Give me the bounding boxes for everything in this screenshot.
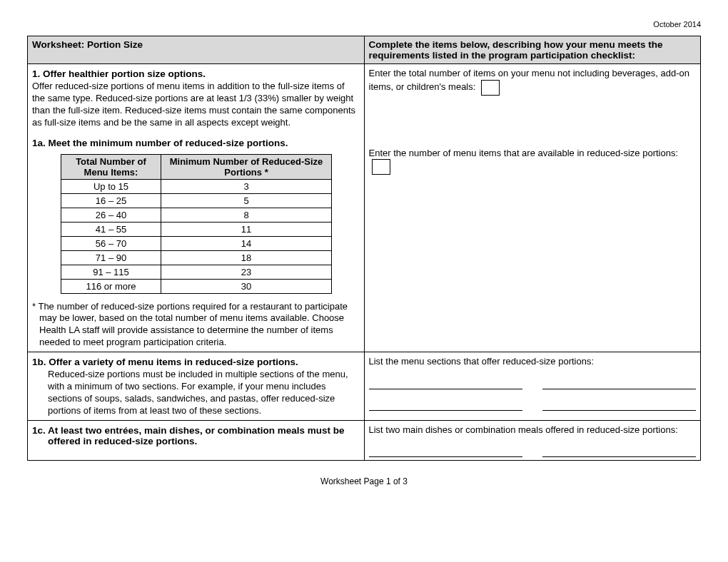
table-row: 41 – 5511 — [61, 222, 332, 236]
document-date: October 2014 — [27, 20, 701, 29]
total-items-input[interactable] — [481, 80, 500, 96]
cell: 56 – 70 — [61, 236, 161, 250]
menu-section-line-2[interactable] — [542, 379, 696, 389]
table-row: 26 – 408 — [61, 208, 332, 222]
s1-body: Offer reduced-size portions of menu item… — [32, 81, 360, 129]
main-dish-line-2[interactable] — [542, 447, 696, 457]
s1b-title: 1b. Offer a variety of menu items in red… — [32, 357, 360, 367]
page-footer: Worksheet Page 1 of 3 — [27, 476, 701, 486]
cell: 11 — [161, 222, 332, 236]
s1b-body: Reduced-size portions must be included i… — [32, 369, 360, 417]
table-row: 16 – 255 — [61, 193, 332, 208]
cell: 26 – 40 — [61, 208, 161, 222]
table-row: Up to 153 — [61, 179, 332, 193]
menu-section-line-1[interactable] — [369, 379, 522, 389]
cell: 91 – 115 — [61, 265, 161, 279]
menu-section-line-3[interactable] — [369, 401, 522, 411]
s1b-right-label: List the menu sections that offer reduce… — [369, 355, 697, 368]
portions-table: Total Number of Menu Items: Minimum Numb… — [61, 154, 332, 294]
s1a-right-text: Enter the number of menu items that are … — [369, 147, 697, 175]
cell: 116 or more — [61, 279, 161, 293]
cell: 18 — [161, 250, 332, 265]
s1a-footnote: * The number of reduced-size portions re… — [32, 301, 360, 349]
cell: 8 — [161, 208, 332, 222]
cell: 16 – 25 — [61, 193, 161, 208]
table-row: 56 – 7014 — [61, 236, 332, 250]
s1c-right-label: List two main dishes or combination meal… — [369, 424, 697, 436]
section-1b-right: List the menu sections that offer reduce… — [364, 352, 701, 421]
s1c-title: 1c. At least two entrées, main dishes, o… — [32, 425, 360, 446]
s1-title: 1. Offer healthier portion size options. — [32, 68, 360, 79]
reduced-items-input[interactable] — [372, 159, 390, 175]
th-min-portions: Minimum Number of Reduced-Size Portions … — [161, 154, 332, 179]
cell: 3 — [161, 179, 332, 193]
section-1-right: Enter the total number of items on your … — [364, 64, 701, 352]
cell: 30 — [161, 279, 332, 293]
header-left: Worksheet: Portion Size — [28, 36, 365, 64]
s1-right-label: Enter the total number of items on your … — [369, 68, 690, 92]
cell: 23 — [161, 265, 332, 279]
table-row: 91 – 11523 — [61, 265, 332, 279]
th-menu-items: Total Number of Menu Items: — [61, 154, 161, 179]
cell: 71 – 90 — [61, 250, 161, 265]
cell: 41 – 55 — [61, 222, 161, 236]
s1a-right-label: Enter the number of menu items that are … — [369, 148, 679, 158]
table-row: 71 – 9018 — [61, 250, 332, 265]
cell: 5 — [161, 193, 332, 208]
s1a-title: 1a. Meet the minimum number of reduced-s… — [32, 138, 360, 148]
cell: 14 — [161, 236, 332, 250]
s1-right-text: Enter the total number of items on your … — [369, 67, 697, 96]
worksheet-table: Worksheet: Portion Size Complete the ite… — [27, 36, 701, 461]
table-row: 116 or more30 — [61, 279, 332, 293]
section-1-left: 1. Offer healthier portion size options.… — [28, 64, 365, 352]
section-1b-left: 1b. Offer a variety of menu items in red… — [28, 352, 365, 421]
section-1c-right: List two main dishes or combination meal… — [364, 420, 701, 461]
main-dish-line-1[interactable] — [369, 447, 522, 457]
menu-section-line-4[interactable] — [542, 401, 696, 411]
cell: Up to 15 — [61, 179, 161, 193]
section-1c-left: 1c. At least two entrées, main dishes, o… — [28, 420, 365, 461]
header-right: Complete the items below, describing how… — [364, 36, 701, 64]
